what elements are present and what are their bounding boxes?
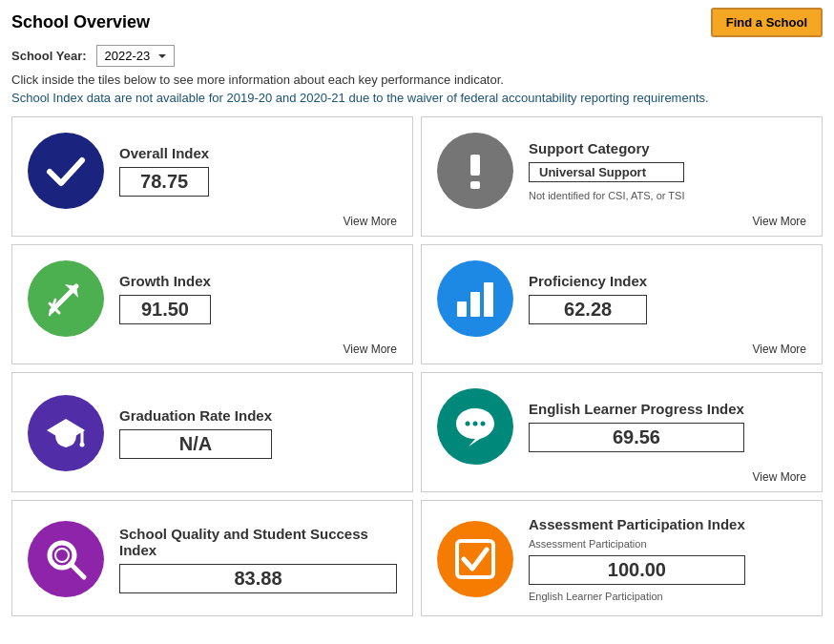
growth-index-value: 91.50 (119, 295, 211, 324)
tile-proficiency-index[interactable]: Proficiency Index 62.28 View More (421, 244, 823, 364)
svg-rect-8 (484, 282, 493, 317)
overall-index-view-more[interactable]: View More (28, 215, 397, 228)
svg-rect-1 (470, 181, 480, 189)
el-progress-view-more[interactable]: View More (437, 470, 806, 484)
tile-el-progress-index[interactable]: English Learner Progress Index 69.56 Vie… (421, 372, 823, 492)
tile-support-category[interactable]: Support Category Universal Support Not i… (421, 116, 823, 237)
page-title: School Overview (11, 12, 150, 32)
proficiency-index-value: 62.28 (529, 295, 647, 324)
svg-point-12 (466, 422, 470, 426)
graduation-rate-icon (28, 395, 104, 471)
el-progress-info: English Learner Progress Index 69.56 (529, 401, 744, 452)
growth-index-info: Growth Index 91.50 (119, 273, 211, 324)
proficiency-index-icon (437, 260, 513, 337)
svg-point-13 (473, 422, 478, 426)
overall-index-info: Overall Index 78.75 (119, 145, 209, 197)
svg-line-16 (71, 564, 84, 577)
svg-rect-6 (457, 301, 467, 317)
support-category-view-more[interactable]: View More (437, 215, 806, 228)
svg-point-11 (80, 443, 85, 447)
support-category-label: Support Category (529, 140, 684, 156)
warning-text: School Index data are not available for … (0, 89, 834, 107)
el-progress-value: 69.56 (529, 423, 744, 452)
growth-index-view-more[interactable]: View More (28, 343, 397, 356)
tile-sqss-index[interactable]: School Quality and Student Success Index… (11, 500, 413, 616)
school-year-label: School Year: (11, 49, 87, 63)
svg-point-17 (55, 549, 69, 562)
proficiency-index-label: Proficiency Index (529, 273, 647, 289)
tile-overall-index[interactable]: Overall Index 78.75 View More (11, 116, 413, 237)
overall-index-icon (28, 133, 104, 209)
assessment-participation-value: 100.00 (529, 555, 745, 585)
tiles-grid: Overall Index 78.75 View More Support Ca… (0, 107, 834, 626)
assessment-participation-icon (437, 521, 513, 597)
assessment-participation-label: Assessment Participation Index (529, 516, 745, 532)
sqss-icon (28, 521, 104, 597)
support-category-badge: Universal Support (529, 162, 684, 182)
el-progress-label: English Learner Progress Index (529, 401, 744, 417)
sqss-label: School Quality and Student Success Index (119, 526, 397, 558)
overall-index-label: Overall Index (119, 145, 209, 161)
info-text: Click inside the tiles below to see more… (0, 71, 834, 89)
svg-point-14 (481, 422, 486, 426)
tile-graduation-rate-index[interactable]: Graduation Rate Index N/A (11, 372, 413, 492)
svg-rect-7 (470, 292, 480, 317)
find-school-button[interactable]: Find a School (711, 8, 823, 37)
assessment-participation-sublabel-top: Assessment Participation (529, 538, 745, 550)
proficiency-index-view-more[interactable]: View More (437, 343, 806, 356)
graduation-rate-label: Graduation Rate Index (119, 407, 272, 424)
proficiency-index-info: Proficiency Index 62.28 (529, 273, 647, 324)
growth-index-label: Growth Index (119, 273, 211, 289)
school-year-select[interactable]: 2022-23 2021-22 2020-21 2019-20 (96, 45, 175, 67)
graduation-rate-info: Graduation Rate Index N/A (119, 407, 272, 459)
tile-growth-index[interactable]: Growth Index 91.50 View More (11, 244, 413, 364)
support-category-sublabel: Not identified for CSI, ATS, or TSI (529, 190, 684, 201)
graduation-rate-value: N/A (119, 429, 272, 459)
assessment-participation-sublabel: English Learner Participation (529, 591, 745, 602)
overall-index-value: 78.75 (119, 167, 209, 197)
el-progress-icon (437, 388, 513, 465)
sqss-value: 83.88 (119, 564, 397, 593)
support-category-info: Support Category Universal Support Not i… (529, 140, 684, 201)
support-category-icon (437, 133, 513, 209)
svg-rect-0 (470, 155, 480, 176)
assessment-participation-info: Assessment Participation Index Assessmen… (529, 516, 745, 602)
tile-assessment-participation[interactable]: Assessment Participation Index Assessmen… (421, 500, 823, 616)
growth-index-icon (28, 260, 104, 337)
sqss-info: School Quality and Student Success Index… (119, 526, 397, 593)
